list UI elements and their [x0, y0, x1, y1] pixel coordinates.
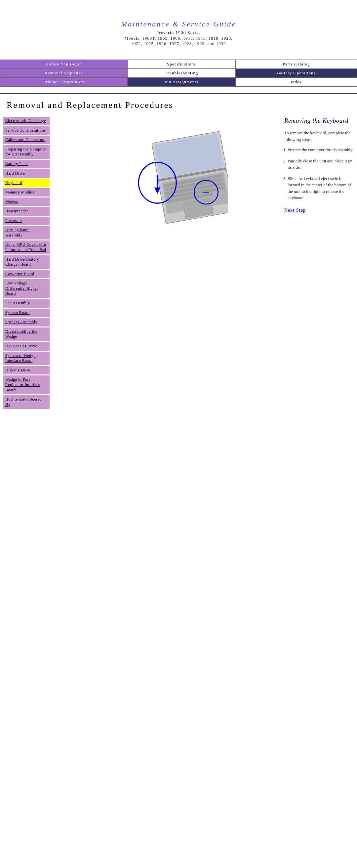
right-panel: Removing the Keyboard To remove the keyb… — [281, 117, 354, 410]
series-subtitle: Presario 1900 Series — [7, 30, 350, 36]
page-title: Maintenance & Service Guide — [7, 20, 350, 28]
step-3-text: Slide the keyboard eject switch located … — [288, 176, 351, 200]
divider — [0, 93, 357, 94]
nav-before-you-begin[interactable]: Before You Begin — [45, 62, 82, 66]
step-2-text: Partially close the unit and place it on… — [288, 158, 352, 170]
next-step-link[interactable]: Next Step — [284, 208, 354, 213]
sidebar-item-display[interactable]: Display Panel Assembly — [3, 226, 50, 240]
laptop-svg — [102, 117, 228, 224]
sidebar-item-hard-drive-charger[interactable]: Hard Drive/Battery Charger Board — [3, 255, 50, 269]
models-line2: 1922, 1925, 1926, 1927, 1928, 1929, and … — [7, 41, 350, 46]
sidebar-item-cables[interactable]: Cables and Connectors — [3, 135, 50, 144]
sidebar-item-wedge-port[interactable]: Wedge to Port Replicator Interface Board — [3, 375, 50, 394]
nav-removal-sequence[interactable]: Removal Sequence — [44, 70, 83, 75]
sidebar-item-preparing[interactable]: Preparing the Computer for Disassembly — [3, 145, 50, 159]
center-content — [50, 117, 281, 410]
sidebar-item-processor-jig[interactable]: How to use Processor Jig — [3, 395, 50, 409]
sidebar-item-disassembling[interactable]: Disassembling the Wedge — [3, 328, 50, 341]
step-1-text: Prepare the computer for disassembly. — [288, 147, 353, 152]
sidebar-item-dvd[interactable]: DVD or CD Drive — [3, 342, 50, 351]
sidebar-item-lvds[interactable]: Low Voltage Differential Signal Board — [3, 279, 50, 298]
sidebar-item-electrostatic[interactable]: Electrostatic Discharge — [3, 117, 50, 125]
sidebar-item-upper-cpu[interactable]: Upper CPU Cover with Palmrest and TouchP… — [3, 241, 50, 254]
nav-troubleshooting[interactable]: Troubleshooting — [165, 70, 198, 75]
nav-battery-operations[interactable]: Battery Operations — [277, 70, 316, 75]
laptop-illustration — [102, 117, 228, 229]
removal-heading: Removal and Replacement Procedures — [0, 97, 357, 117]
sidebar-item-battery-pack[interactable]: Battery Pack — [3, 160, 50, 168]
models-line1: Models: 1900T, 1905, 1906, 1910, 1915, 1… — [7, 36, 350, 41]
main-content: Electrostatic Discharge Service Consider… — [0, 117, 357, 410]
sidebar-item-hard-drive[interactable]: Hard Drive — [3, 169, 50, 178]
step-3: Slide the keyboard eject switch located … — [288, 175, 354, 201]
nav-specifications[interactable]: Specifications — [167, 62, 196, 66]
sidebar-item-diskette[interactable]: Diskette Drive — [3, 366, 50, 375]
right-panel-intro: To remove the keyboard, complete the fol… — [284, 130, 354, 143]
sidebar: Electrostatic Discharge Service Consider… — [3, 117, 50, 410]
sidebar-item-system-board[interactable]: System Board — [3, 309, 50, 317]
nav-index[interactable]: Index — [291, 80, 302, 84]
sidebar-item-processor[interactable]: Processor — [3, 217, 50, 225]
step-2: Partially close the unit and place it on… — [288, 158, 354, 171]
header-section: Maintenance & Service Guide Presario 190… — [0, 0, 357, 53]
nav-pin-assignments[interactable]: Pin Assignments — [165, 80, 198, 84]
svg-marker-14 — [154, 188, 161, 194]
nav-product-description[interactable]: Product Description — [43, 80, 84, 84]
sidebar-item-system-wedge[interactable]: System to Wedge Interface Board — [3, 352, 50, 365]
sidebar-item-heatspreader[interactable]: Heatspreader — [3, 207, 50, 216]
right-panel-title: Removing the Keyboard — [284, 117, 354, 125]
nav-table: Before You Begin Specifications Parts Ca… — [0, 60, 357, 87]
steps-list: Prepare the computer for disassembly. Pa… — [288, 147, 354, 201]
sidebar-item-modem[interactable]: Modem — [3, 197, 50, 206]
sidebar-item-converter[interactable]: Converter Board — [3, 270, 50, 279]
sidebar-item-memory[interactable]: Memory Module — [3, 188, 50, 197]
sidebar-item-service[interactable]: Service Considerations — [3, 126, 50, 135]
step-1: Prepare the computer for disassembly. — [288, 147, 354, 153]
sidebar-item-keyboard[interactable]: Keyboard — [3, 179, 50, 187]
sidebar-item-fan[interactable]: Fan Assembly — [3, 299, 50, 308]
nav-parts-catalog[interactable]: Parts Catalog — [283, 62, 310, 66]
sidebar-item-speaker[interactable]: Speaker Assembly — [3, 318, 50, 327]
